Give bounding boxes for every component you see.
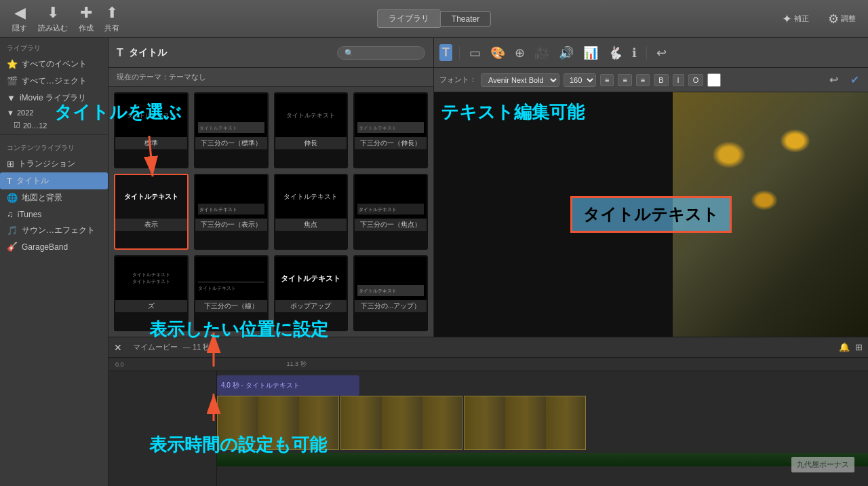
timeline-zoom-out[interactable]: 🔔 <box>839 342 850 352</box>
thumb-label: 下三分の...アップ） <box>355 300 427 312</box>
thumb-label: 下三分の一（伸長） <box>355 137 427 149</box>
crop-button[interactable]: ▭ <box>467 44 484 62</box>
title-thumb-line[interactable]: タイトルテキスト 下三分の一（線） <box>194 255 269 331</box>
sidebar-item-titles[interactable]: T タイトル <box>0 172 108 189</box>
timeline-project-label: マイムービー <box>133 342 178 352</box>
share-button[interactable]: ⬆ 共有 <box>104 4 119 33</box>
maps-icon: 🌐 <box>7 193 18 203</box>
all-projects-icon: 🎬 <box>7 76 18 86</box>
main-area: ライブラリ ⭐ すべてのイベント 🎬 すべて…ジェクト ▼ iMovie ライブ… <box>0 38 868 486</box>
title-thumb-reveal[interactable]: タイトルテキスト 表示 <box>114 174 189 250</box>
timeline-duration: — 11 秒 <box>183 342 210 352</box>
create-button[interactable]: ✚ 作成 <box>79 4 94 33</box>
title-thumb-standard[interactable]: タイトルテキスト 標準 <box>114 92 189 168</box>
timeline-content: 4.0 秒 - タイトルテキスト <box>108 371 868 486</box>
noise-button[interactable]: 📊 <box>580 44 601 62</box>
hide-button[interactable]: ◀ 隠す <box>12 4 27 33</box>
sidebar-item-sound-effects[interactable]: 🎵 サウン…エフェクト <box>0 222 108 239</box>
video-clip-2[interactable] <box>340 396 462 450</box>
speed-button[interactable]: 🐇 <box>605 44 625 62</box>
audio-button[interactable]: 🔊 <box>556 44 576 62</box>
title-search-input[interactable] <box>337 46 425 60</box>
clip-thumbnail-1 <box>218 396 338 449</box>
sidebar-item-garageband[interactable]: 🎸 GarageBand <box>0 239 108 255</box>
theater-button[interactable]: Theater <box>440 11 491 27</box>
thumb-label: 下三分の一（焦点） <box>355 219 427 231</box>
timeline-close-button[interactable]: ✕ <box>114 342 122 353</box>
share-icon: ⬆ <box>106 4 118 22</box>
itunes-icon: ♫ <box>7 209 14 219</box>
info-button[interactable]: ℹ <box>629 44 639 62</box>
title-clip[interactable]: 4.0 秒 - タイトルテキスト <box>217 375 359 396</box>
title-thumb-zoom[interactable]: タイトルテキストタイトルテキスト ズ <box>114 255 189 331</box>
contents-library-heading: コンテンツライブラリ <box>0 138 108 155</box>
enhance-button[interactable]: ✦ 補正 <box>782 12 809 26</box>
italic-button[interactable]: I <box>673 74 684 86</box>
thumb-preview: タイトルテキストタイトルテキスト <box>115 257 187 300</box>
title-overlay-text: タイトルテキスト <box>583 205 719 223</box>
title-overlay[interactable]: タイトルテキスト <box>570 196 732 233</box>
sidebar-item-all-projects[interactable]: 🎬 すべて…ジェクト <box>0 73 108 90</box>
library-theater-toggle: ライブラリ Theater <box>377 10 491 28</box>
title-tool-button[interactable]: T <box>439 44 452 61</box>
adjust-button[interactable]: ⚙ 調整 <box>828 12 856 26</box>
revert-button[interactable]: ↩ <box>654 44 669 62</box>
sidebar-item-imovie-library[interactable]: ▼ iMovie ライブラリ <box>0 90 108 107</box>
sidebar: ライブラリ ⭐ すべてのイベント 🎬 すべて…ジェクト ▼ iMovie ライブ… <box>0 38 108 486</box>
video-button[interactable]: 🎥 <box>532 44 552 62</box>
thumb-preview: タイトルテキスト <box>355 257 427 300</box>
thumb-preview: タイトルテキスト <box>115 175 187 219</box>
video-clip-1[interactable] <box>217 396 339 450</box>
title-thumb-lower-focus[interactable]: タイトルテキスト 下三分の一（焦点） <box>353 174 428 250</box>
stabilize-button[interactable]: ⊕ <box>512 44 528 62</box>
align-right-button[interactable]: ≡ <box>636 74 650 86</box>
bold-button[interactable]: B <box>654 74 668 86</box>
library-button[interactable]: ライブラリ <box>377 10 440 28</box>
thumb-label: 伸長 <box>275 137 347 149</box>
flower-2 <box>751 190 778 210</box>
undo-button[interactable]: ↩ <box>826 72 842 88</box>
import-button[interactable]: ⬇ 読み込む <box>38 4 68 33</box>
thumb-preview: タイトルテキスト <box>355 175 427 219</box>
color-swatch[interactable] <box>707 73 721 87</box>
title-thumb-popup[interactable]: タイトルテキスト ポップアップ <box>274 255 349 331</box>
garageband-icon: 🎸 <box>7 242 18 252</box>
font-size-select[interactable]: 160 <box>564 73 596 87</box>
thumb-label: ポップアップ <box>275 300 347 312</box>
font-label: フォント： <box>439 75 477 85</box>
video-clip-3[interactable] <box>464 396 586 450</box>
title-thumb-lower-third-stretch[interactable]: タイトルテキスト 下三分の一（伸長） <box>353 92 428 168</box>
library-tree: ▼ 2022 ☑ 20…12 <box>0 107 108 132</box>
toolbar-separator <box>459 46 460 60</box>
tree-date[interactable]: ☑ 20…12 <box>4 119 108 132</box>
title-thumb-lower-popup[interactable]: タイトルテキスト 下三分の...アップ） <box>353 255 428 331</box>
font-select[interactable]: Avenir Next Bold <box>481 73 559 87</box>
toolbar-right: ✦ 補正 ⚙ 調整 <box>776 12 861 26</box>
title-thumb-focus[interactable]: タイトルテキスト 焦点 <box>274 174 349 250</box>
outline-button[interactable]: O <box>688 74 704 86</box>
sidebar-item-maps[interactable]: 🌐 地図と背景 <box>0 189 108 206</box>
timeline-spacer <box>108 371 217 486</box>
create-icon: ✚ <box>80 4 92 22</box>
sound-icon: 🎵 <box>7 225 18 236</box>
thumb-label: ズ <box>115 300 187 312</box>
align-left-button[interactable]: ≡ <box>600 74 614 86</box>
sidebar-item-transitions[interactable]: ⊞ トランジション <box>0 155 108 172</box>
title-thumb-stretch[interactable]: タイトルテキスト 伸長 <box>274 92 349 168</box>
title-browser: T タイトル 現在のテーマ：テーマなし タイトルテキスト 標準 <box>108 38 434 337</box>
flower-1 <box>712 141 746 168</box>
video-track <box>217 396 868 450</box>
tree-year[interactable]: ▼ 2022 <box>4 107 108 119</box>
thumb-preview: タイトルテキスト <box>195 175 267 219</box>
timeline-zoom-in[interactable]: ⊞ <box>855 342 863 352</box>
thumb-label: 下三分の一（線） <box>195 300 267 312</box>
done-button[interactable]: ✔ <box>847 72 863 88</box>
align-center-button[interactable]: ≡ <box>618 74 631 86</box>
thumb-preview: タイトルテキスト <box>195 257 267 300</box>
sidebar-item-all-events[interactable]: ⭐ すべてのイベント <box>0 56 108 73</box>
title-thumb-lower-third-std[interactable]: タイトルテキスト 下三分の一（標準） <box>194 92 269 168</box>
sidebar-item-itunes[interactable]: ♫ iTunes <box>0 206 108 222</box>
divider <box>0 134 108 135</box>
color-button[interactable]: 🎨 <box>488 44 508 62</box>
title-thumb-lower-reveal[interactable]: タイトルテキスト 下三分の一（表示） <box>194 174 269 250</box>
